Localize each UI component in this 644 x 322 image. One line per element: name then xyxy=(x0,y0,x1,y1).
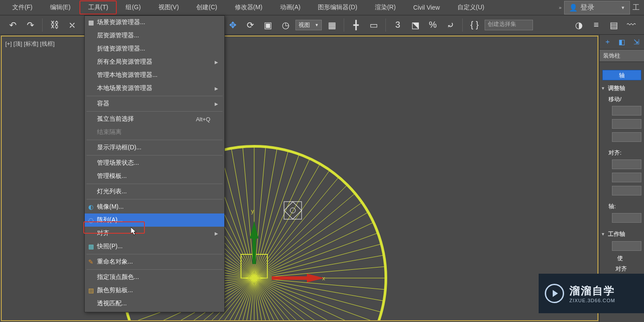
pivot-axis-button[interactable]: 轴 xyxy=(602,70,641,80)
menu-grapheditor[interactable]: 图形编辑器(D) xyxy=(309,0,366,14)
menu-modifiers[interactable]: 修改器(M) xyxy=(226,0,271,14)
menu-file[interactable]: 文件(F) xyxy=(4,0,41,14)
working-pivot-label: 工作轴 xyxy=(608,230,625,238)
angle-snap-toggle[interactable]: ⬔ xyxy=(408,18,423,33)
menu-light-lister[interactable]: 灯光列表... xyxy=(85,185,224,198)
hierarchy-tab[interactable]: ⇲ xyxy=(631,37,641,47)
svg-line-4 xyxy=(254,278,381,312)
menu-manage-scene-states[interactable]: 管理场景状态... xyxy=(85,156,224,170)
menu-rename-objects[interactable]: ✎ 重命名对象... xyxy=(85,255,224,268)
link-button[interactable]: ⛓ xyxy=(47,18,62,33)
menu-item-label: 阵列(A)... xyxy=(97,216,122,224)
menu-animation[interactable]: 动画(A) xyxy=(271,0,309,14)
overflow-icon[interactable]: » xyxy=(559,5,561,10)
menu-scene-explorer[interactable]: ▦ 场景资源管理器... xyxy=(85,16,224,29)
svg-marker-76 xyxy=(307,274,324,282)
undo-button[interactable]: ↶ xyxy=(5,18,20,33)
menu-mirror[interactable]: ◐ 镜像(M)... xyxy=(85,200,224,213)
menu-local-scene-explorer[interactable]: 本地场景资源管理器 ▶ xyxy=(85,82,224,95)
place-tool[interactable]: ◷ xyxy=(278,18,293,33)
rotate-tool[interactable]: ⟳ xyxy=(243,18,258,33)
chevron-down-icon: ▼ xyxy=(315,23,319,27)
percent-snap-toggle[interactable]: % xyxy=(425,18,440,33)
menu-crease-explorer[interactable]: 折缝资源管理器... xyxy=(85,42,224,55)
create-tab[interactable]: ＋ xyxy=(602,37,612,47)
command-panel-tabs: ＋ ◧ ⇲ xyxy=(600,35,644,50)
slot-6[interactable] xyxy=(612,186,641,195)
adjust-pivot-section[interactable]: 调整轴 xyxy=(600,83,644,94)
svg-point-81 xyxy=(290,208,295,213)
svg-line-58 xyxy=(254,151,288,278)
menu-manage-local-explorers[interactable]: 管理本地资源管理器... xyxy=(85,69,224,82)
slot-8[interactable] xyxy=(612,241,641,251)
redo-button[interactable]: ↷ xyxy=(23,18,38,33)
modify-tab[interactable]: ◧ xyxy=(617,37,627,47)
slot-4[interactable] xyxy=(612,159,641,169)
svg-rect-77 xyxy=(272,276,307,280)
menu-item-label: 快照(P)... xyxy=(97,242,122,250)
menu-item-label: 对齐 xyxy=(97,229,109,237)
keyboard-shortcut-button[interactable]: ▭ xyxy=(366,18,381,33)
unlink-button[interactable]: ⤬ xyxy=(65,18,79,33)
axis-y-label: y xyxy=(251,208,254,214)
menu-align[interactable]: 对齐 ▶ xyxy=(85,227,224,240)
svg-line-69 xyxy=(254,233,378,278)
menu-view[interactable]: 视图(V) xyxy=(150,0,188,14)
login-dropdown[interactable]: 👤 登录 ▼ xyxy=(564,1,630,14)
move-rotate-label: 移动/ xyxy=(600,94,644,104)
play-circle-icon xyxy=(545,284,564,303)
slot-3[interactable] xyxy=(612,132,641,142)
scale-tool[interactable]: ▣ xyxy=(260,18,275,33)
move-tool[interactable]: ✥ xyxy=(225,18,240,33)
ref-coord-dropdown[interactable]: 视图 ▼ xyxy=(295,20,322,30)
svg-point-78 xyxy=(251,275,257,281)
menu-civilview[interactable]: Civil View xyxy=(404,1,448,14)
menu-item-label: 指定顶点颜色... xyxy=(97,273,139,281)
spinner-snap-toggle[interactable]: ⤾ xyxy=(443,18,458,33)
menu-item-label: 颜色剪贴板... xyxy=(97,286,133,294)
slot-2[interactable] xyxy=(612,119,641,129)
viewport-label[interactable]: [+] [顶] [标准] [线框] xyxy=(5,40,54,48)
select-manip-button[interactable]: ╋ xyxy=(349,18,363,33)
menu-array[interactable]: ◌ 阵列(A)... xyxy=(85,213,224,227)
menu-color-clipboard[interactable]: ▨ 颜色剪贴板... xyxy=(85,284,224,297)
snap-toggle[interactable]: 3 xyxy=(390,18,405,33)
menu-layer-explorer[interactable]: 层资源管理器... xyxy=(85,29,224,42)
login-label: 登录 xyxy=(580,3,594,12)
use-center-button[interactable]: ▦ xyxy=(324,18,339,33)
axis-label-2: 轴: xyxy=(600,201,644,211)
working-pivot-section[interactable]: 工作轴 xyxy=(600,229,644,239)
svg-line-59 xyxy=(254,154,299,278)
submenu-arrow-icon: ▶ xyxy=(215,101,218,106)
layers-toolbar-button[interactable]: ▤ xyxy=(606,18,621,33)
menu-item-label: 容器 xyxy=(97,100,109,108)
grid-icon: ▦ xyxy=(87,19,94,26)
mirror-toolbar-button[interactable]: ◑ xyxy=(571,18,586,33)
menu-isolate-selection[interactable]: 孤立当前选择 Alt+Q xyxy=(85,112,224,126)
menu-tools[interactable]: 工具(T) xyxy=(79,0,117,14)
slot-1[interactable] xyxy=(612,106,641,116)
menu-item-label: 显示浮动框(D)... xyxy=(97,144,141,152)
menu-perspective-match[interactable]: 透视匹配... xyxy=(85,297,224,310)
menu-assign-vertex-color[interactable]: 指定顶点颜色... xyxy=(85,271,224,284)
menu-create[interactable]: 创建(C) xyxy=(187,0,226,14)
menu-item-label: 折缝资源管理器... xyxy=(97,45,145,53)
menu-show-floating[interactable]: 显示浮动框(D)... xyxy=(85,141,224,154)
menu-snapshot[interactable]: ▩ 快照(P)... xyxy=(85,240,224,253)
menu-item-label: 结束隔离 xyxy=(97,128,122,136)
menu-all-global-explorers[interactable]: 所有全局资源管理器 ▶ xyxy=(85,55,224,69)
menu-manage-templates[interactable]: 管理模板... xyxy=(85,170,224,183)
menu-edit[interactable]: 编辑(E) xyxy=(41,0,79,14)
menu-group[interactable]: 组(G) xyxy=(117,0,149,14)
svg-line-8 xyxy=(254,278,362,321)
curve-editor-button[interactable]: 〰 xyxy=(624,18,639,33)
rename-icon: ✎ xyxy=(87,258,94,265)
align-toolbar-button[interactable]: ≡ xyxy=(589,18,604,33)
menu-render[interactable]: 渲染(R) xyxy=(366,0,404,14)
menu-customize[interactable]: 自定义(U) xyxy=(449,0,493,14)
editor-bracket-button[interactable]: { } xyxy=(467,18,482,33)
slot-5[interactable] xyxy=(612,173,641,182)
named-selection-input[interactable]: 创建选择集 xyxy=(485,20,533,30)
menu-container[interactable]: 容器 ▶ xyxy=(85,97,224,110)
slot-7[interactable] xyxy=(612,213,641,223)
